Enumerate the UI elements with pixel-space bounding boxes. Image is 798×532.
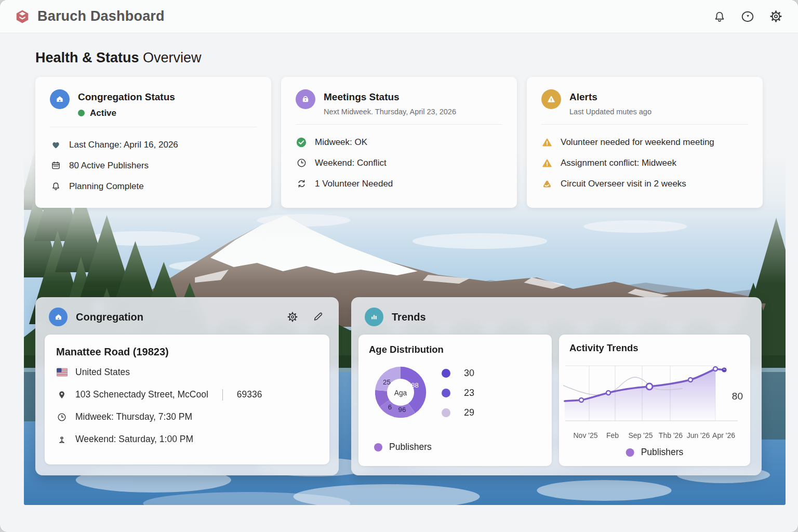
card-row: Planning Complete [50,176,257,197]
warning-icon [541,157,553,169]
app-title: Baruch Dashboard [37,8,165,24]
history-icon[interactable] [740,9,755,24]
legend-item: 30 [442,368,474,379]
us-flag-icon [56,367,68,378]
segment-label: 6 [388,403,392,411]
meeting-icon [296,89,315,109]
x-label: Feb [606,431,619,440]
card-row: Last Change: April 16, 2026 [50,135,257,155]
status-text: Active [90,108,116,118]
x-axis-labels: Nov '25 Feb Sep '25 Thb '26 Jun '26 Apr … [559,431,750,441]
trends-panel: Trends Age Distribution 88 96 [351,297,762,475]
card-row: Midweek: OK [296,132,502,153]
congregation-name: Manattee Road (19823) [56,346,318,358]
edit-pencil-icon[interactable] [312,310,325,324]
donut-center-label: Aga [394,389,407,397]
segment-label: 88 [411,381,419,389]
x-label: Nov '25 [573,431,597,440]
sync-icon [296,178,307,190]
activity-line-chart [563,360,742,432]
card-row: Volunteer needed for weekend meeting [541,132,748,153]
card-row: 80 Active Publishers [50,155,257,176]
card-title: Congregation Status [78,89,175,103]
legend-item: 29 [442,407,474,418]
age-distribution-card: Age Distribution 88 96 6 25 Aga [358,335,552,466]
house-icon [50,89,70,109]
series-legend-publishers: Publishers [626,447,684,458]
segment-label: 96 [398,406,406,414]
gear-icon[interactable] [768,9,783,24]
x-label: Jun '26 [687,431,710,440]
legend-dot [374,443,382,451]
legend-dot [626,448,634,457]
top-bar: Baruch Dashboard [0,0,798,33]
age-legend: 30 23 29 [442,368,474,418]
status-cards-row: Congregation Status Active [35,77,763,208]
card-row: Circuit Overseer visit in 2 weeks [541,174,748,194]
alerts-card: Alerts Last Updated mutes ago [527,77,763,208]
address-row: 103 Schenectady Street, McCool 69336 [56,383,318,406]
lectern-icon [56,434,68,445]
age-donut-chart: 88 96 6 25 Aga [370,362,431,423]
card-row: Weekend: Conflict [296,153,502,174]
status-dot-green [78,110,85,116]
page-title: Health & Status Overview [35,50,202,66]
top-bar-actions [712,9,783,24]
divider [222,389,223,401]
alert-icon [541,89,561,109]
settings-gear-icon[interactable] [286,310,299,324]
panel-title: Congregation [76,311,143,323]
card-row: 1 Volunteer Needed [296,174,502,194]
weekend-row: Weekend: Saturday, 1:00 PM [56,428,318,450]
legend-dot [442,408,450,417]
congregation-panel: Congregation [35,297,339,475]
location-pin-icon [56,389,68,401]
house-icon [49,308,68,326]
clock-icon [296,157,307,169]
panel-title: Trends [392,311,426,323]
legend-dot [442,369,450,378]
content-area: Health & Status Overview Congregation St… [10,33,788,520]
midweek-row: Midweek: Thursday, 7:30 PM [56,406,318,428]
bar-chart-icon [365,308,383,326]
app-logo-icon [15,9,30,24]
card-title: Meetings Status [324,89,456,103]
chart-title: Age Distribution [369,344,541,355]
meetings-status-card: Meetings Status Next Midweek. Thursday, … [281,77,517,208]
heart-icon [50,139,61,151]
congregation-status-card: Congregation Status Active [35,77,271,208]
country-row: United States [56,361,318,383]
activity-trends-card: Activity Trends [559,335,750,466]
bell-icon [50,181,61,192]
bell-icon[interactable] [712,9,727,24]
postal-code: 69336 [237,389,262,400]
baruch-dashboard-app: Baruch Dashboard [0,0,798,532]
card-subtitle: Last Updated mutes ago [569,108,651,116]
x-label: Sep '25 [628,431,653,440]
card-row: Assignment conflict: Midweek [541,153,748,174]
chart-title: Activity Trends [569,342,740,354]
legend-item: 23 [442,388,474,398]
x-label: Thb '26 [659,431,683,440]
calendar-icon [50,160,61,171]
congregation-details-card: Manattee Road (19823) [45,335,329,464]
x-label: Apr '26 [712,431,735,440]
chart-value-label: 80 [732,391,743,402]
warning-icon [541,137,553,148]
app-window: Baruch Dashboard [0,0,798,532]
clock-icon [56,411,68,423]
series-legend-publishers: Publishers [374,442,432,453]
segment-label: 25 [383,378,391,386]
check-circle-icon [296,137,307,148]
card-title: Alerts [569,89,651,103]
alert-shape-icon [541,178,553,190]
card-subtitle: Next Midweek. Thursday, April 23, 2026 [324,108,456,116]
legend-dot [442,389,450,397]
